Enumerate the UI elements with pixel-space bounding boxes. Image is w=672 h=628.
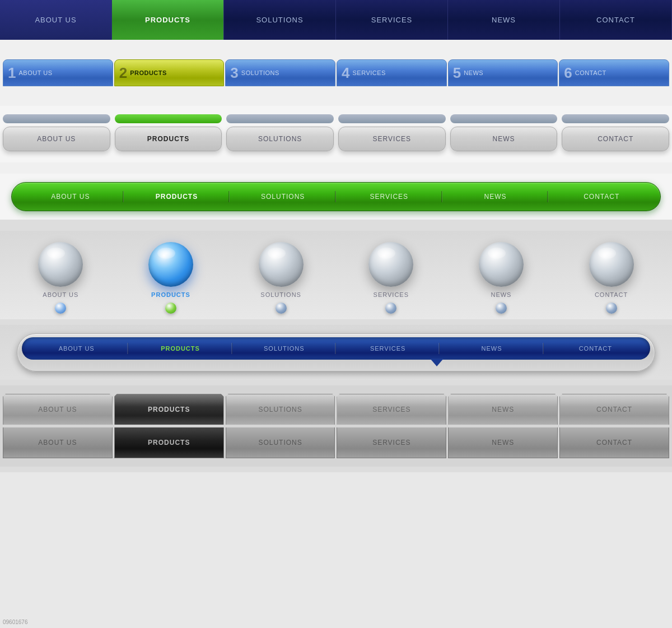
nav1-products[interactable]: PRODUCTS: [112, 0, 224, 40]
nav3-services[interactable]: SERVICES: [338, 114, 446, 151]
nav5-products-mini-orb: [165, 303, 176, 314]
gap-5: [0, 319, 672, 325]
nav5-contact-mini-orb: [606, 303, 617, 314]
navbar-7-wrapper: ABOUT US PRODUCTS SOLUTIONS SERVICES NEW…: [0, 385, 672, 427]
nav5-about-mini-orb: [55, 303, 66, 314]
nav5-solutions-orb: [259, 242, 304, 287]
nav5-news-label: NEWS: [491, 291, 511, 298]
gap-2: [0, 95, 672, 106]
nav5-news-mini-orb: [496, 303, 507, 314]
nav3-contact[interactable]: CONTACT: [562, 114, 669, 151]
nav6-dropdown-arrow: [430, 359, 444, 366]
nav5-contact-orb: [589, 242, 634, 287]
nav2-news-num: 5: [453, 66, 461, 80]
nav6-news[interactable]: NEWS: [440, 337, 543, 360]
navbar-8-wrapper: ABOUT US PRODUCTS SOLUTIONS SERVICES NEW…: [0, 427, 672, 467]
nav4-services[interactable]: SERVICES: [336, 183, 442, 211]
nav2-products-num: 2: [119, 66, 127, 80]
navbar-5: ABOUT US PRODUCTS SOLUTIONS SERVICES NEW: [6, 242, 666, 314]
nav2-services-num: 4: [342, 66, 349, 80]
nav7-services[interactable]: SERVICES: [337, 394, 446, 425]
nav2-contact-num: 6: [564, 66, 572, 80]
nav5-solutions[interactable]: SOLUTIONS: [236, 242, 326, 314]
nav2-products-label: PRODUCTS: [130, 69, 167, 76]
nav3-contact-btn[interactable]: CONTACT: [562, 127, 669, 151]
nav6-about[interactable]: ABOUT US: [25, 337, 128, 360]
nav2-about[interactable]: 1 ABOUT US: [3, 59, 113, 86]
nav6-services[interactable]: SERVICES: [336, 337, 440, 360]
watermark: 09601676: [3, 619, 28, 625]
nav5-news[interactable]: NEWS: [456, 242, 546, 314]
nav3-about[interactable]: ABOUT US: [3, 114, 110, 151]
nav3-services-pill: [338, 114, 446, 123]
nav2-news-label: NEWS: [464, 69, 483, 76]
navbar-8: ABOUT US PRODUCTS SOLUTIONS SERVICES NEW…: [3, 427, 669, 458]
nav2-about-label: ABOUT US: [18, 69, 52, 76]
nav3-services-btn[interactable]: SERVICES: [338, 127, 446, 151]
nav2-products[interactable]: 2 PRODUCTS: [114, 59, 225, 86]
nav5-about-orb: [38, 242, 83, 287]
nav2-contact[interactable]: 6 CONTACT: [559, 59, 669, 86]
nav7-contact[interactable]: CONTACT: [559, 394, 669, 425]
nav7-news[interactable]: NEWS: [448, 394, 558, 425]
nav5-services-label: SERVICES: [374, 291, 409, 298]
nav4-contact[interactable]: CONTACT: [548, 183, 655, 211]
nav3-products-btn[interactable]: PRODUCTS: [115, 127, 222, 151]
nav5-services[interactable]: SERVICES: [346, 242, 436, 314]
gap-6: [0, 380, 672, 385]
nav7-products[interactable]: PRODUCTS: [114, 394, 224, 425]
nav1-services[interactable]: SERVICES: [336, 0, 448, 40]
navbar-7: ABOUT US PRODUCTS SOLUTIONS SERVICES NEW…: [3, 394, 669, 425]
nav1-solutions[interactable]: SOLUTIONS: [224, 0, 336, 40]
nav1-contact[interactable]: CONTACT: [560, 0, 672, 40]
nav2-services-label: SERVICES: [352, 69, 385, 76]
nav5-news-orb: [479, 242, 524, 287]
nav3-news[interactable]: NEWS: [450, 114, 558, 151]
nav8-about[interactable]: ABOUT US: [3, 427, 113, 458]
nav8-solutions[interactable]: SOLUTIONS: [226, 427, 335, 458]
navbar-6: ABOUT US PRODUCTS SOLUTIONS SERVICES NEW…: [22, 337, 650, 360]
nav4-about[interactable]: ABOUT US: [17, 183, 124, 211]
nav2-solutions-label: SOLUTIONS: [241, 69, 279, 76]
nav3-contact-pill: [562, 114, 669, 123]
nav6-contact[interactable]: CONTACT: [544, 337, 647, 360]
nav5-products[interactable]: PRODUCTS: [126, 242, 216, 314]
nav2-contact-label: CONTACT: [575, 69, 606, 76]
nav8-services[interactable]: SERVICES: [337, 427, 446, 458]
nav3-about-pill: [3, 114, 110, 123]
nav3-products[interactable]: PRODUCTS: [115, 114, 222, 151]
nav2-about-num: 1: [8, 66, 16, 80]
nav8-products[interactable]: PRODUCTS: [114, 427, 224, 458]
nav3-about-btn[interactable]: ABOUT US: [3, 127, 110, 151]
nav5-contact[interactable]: CONTACT: [567, 242, 656, 314]
navbar-3-wrapper: ABOUT US PRODUCTS SOLUTIONS SERVICES NEW…: [0, 106, 672, 162]
nav4-products[interactable]: PRODUCTS: [124, 183, 230, 211]
nav4-solutions[interactable]: SOLUTIONS: [230, 183, 336, 211]
navbar-4: ABOUT US PRODUCTS SOLUTIONS SERVICES NEW…: [11, 182, 661, 211]
nav6-solutions[interactable]: SOLUTIONS: [232, 337, 336, 360]
nav2-solutions-num: 3: [230, 66, 238, 80]
nav5-about[interactable]: ABOUT US: [16, 242, 105, 314]
nav5-about-label: ABOUT US: [43, 291, 78, 298]
navbar-3: ABOUT US PRODUCTS SOLUTIONS SERVICES NEW…: [3, 114, 669, 151]
gap-4: [0, 220, 672, 225]
nav7-about[interactable]: ABOUT US: [3, 394, 113, 425]
gap-3: [0, 162, 672, 174]
nav6-products[interactable]: PRODUCTS: [128, 337, 232, 360]
nav1-news[interactable]: NEWS: [448, 0, 560, 40]
navbar-2: 1 ABOUT US 2 PRODUCTS 3 SOLUTIONS 4 SERV…: [3, 59, 669, 86]
nav2-solutions[interactable]: 3 SOLUTIONS: [225, 59, 335, 86]
nav1-about[interactable]: ABOUT US: [0, 0, 112, 40]
nav3-solutions-btn[interactable]: SOLUTIONS: [226, 127, 334, 151]
navbar-1: ABOUT US PRODUCTS SOLUTIONS SERVICES NEW…: [0, 0, 672, 40]
nav2-news[interactable]: 5 NEWS: [448, 59, 558, 86]
nav8-news[interactable]: NEWS: [448, 427, 558, 458]
nav3-news-pill: [450, 114, 558, 123]
nav3-news-btn[interactable]: NEWS: [450, 127, 558, 151]
nav8-contact[interactable]: CONTACT: [559, 427, 669, 458]
nav4-news[interactable]: NEWS: [442, 183, 549, 211]
nav3-solutions[interactable]: SOLUTIONS: [226, 114, 334, 151]
nav2-services[interactable]: 4 SERVICES: [337, 59, 447, 86]
nav7-solutions[interactable]: SOLUTIONS: [226, 394, 335, 425]
navbar-6-outer: ABOUT US PRODUCTS SOLUTIONS SERVICES NEW…: [17, 333, 655, 371]
